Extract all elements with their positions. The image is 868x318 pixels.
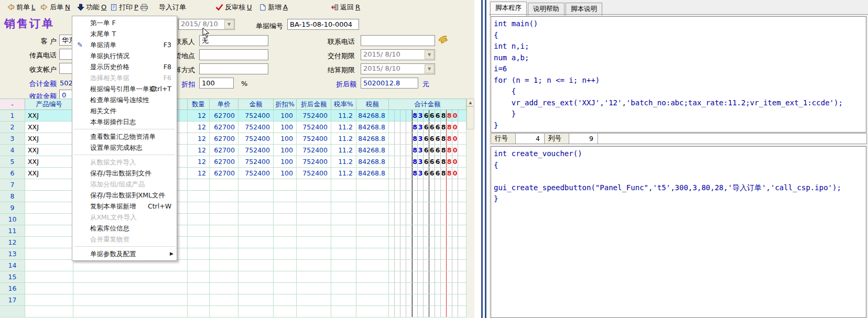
amount-cell[interactable] xyxy=(238,179,274,191)
amount-cell[interactable] xyxy=(238,237,274,248)
quantity-cell[interactable]: 12 xyxy=(188,168,210,179)
discounted-amount-cell[interactable] xyxy=(297,237,331,248)
row-number[interactable]: 13 xyxy=(0,248,25,260)
menu-item[interactable]: 检查单据编号连续性 xyxy=(72,94,177,105)
unit-price-cell[interactable]: 62700 xyxy=(210,145,238,156)
discount-cell[interactable]: 100 xyxy=(274,122,297,133)
tax-rate-cell[interactable] xyxy=(331,179,356,191)
quantity-cell[interactable]: 12 xyxy=(188,110,210,122)
discounted-amount-cell[interactable]: 752400 xyxy=(297,133,331,145)
discounted-amount-cell[interactable] xyxy=(297,283,331,294)
quantity-cell[interactable]: 12 xyxy=(188,133,210,145)
product-code-cell[interactable]: XXJ xyxy=(25,145,73,156)
discounted-amount-cell[interactable]: 752400 xyxy=(297,156,331,168)
discount-cell[interactable] xyxy=(274,294,297,306)
hidden-columns-cell[interactable] xyxy=(73,283,188,294)
script-editor-voucher[interactable]: int create_voucher(){ gui_create_speedbu… xyxy=(491,146,866,318)
menu-item[interactable]: 根据编号引用单一单据Ctrl+T xyxy=(72,83,177,94)
unit-price-cell[interactable] xyxy=(210,179,238,191)
tax-rate-cell[interactable]: 11.2 xyxy=(331,122,356,133)
discounted-amount-cell[interactable] xyxy=(297,202,331,214)
row-number[interactable]: 2 xyxy=(0,122,25,133)
product-code-cell[interactable]: XXJ xyxy=(25,168,73,179)
unit-price-cell[interactable]: 62700 xyxy=(210,110,238,122)
total-amount-cell[interactable]: 83666880 xyxy=(389,122,466,133)
discounted-amount-cell[interactable] xyxy=(297,306,331,317)
discounted-amount-cell[interactable] xyxy=(297,214,331,225)
delivery-place-input[interactable] xyxy=(199,49,268,60)
hidden-columns-cell[interactable] xyxy=(73,306,188,317)
function-menu-button[interactable]: 功能O xyxy=(75,2,108,13)
product-code-cell[interactable] xyxy=(25,271,73,283)
total-amount-cell[interactable]: 83666880 xyxy=(389,168,466,179)
prev-order-button[interactable]: 前单L xyxy=(5,2,37,13)
amount-cell[interactable] xyxy=(238,306,274,317)
chevron-down-icon[interactable]: ▼ xyxy=(425,50,434,59)
amount-cell[interactable]: 752400 xyxy=(238,168,274,179)
row-number[interactable]: 6 xyxy=(0,168,25,179)
total-amount-cell[interactable] xyxy=(389,202,466,214)
discount-cell[interactable] xyxy=(274,191,297,202)
product-code-cell[interactable]: XXJ xyxy=(25,156,73,168)
unit-price-cell[interactable] xyxy=(210,283,238,294)
quantity-cell[interactable] xyxy=(188,225,210,237)
hidden-columns-cell[interactable] xyxy=(73,260,188,271)
menu-item[interactable]: 末尾单 T xyxy=(72,28,177,39)
tax-rate-cell[interactable]: 11.2 xyxy=(331,110,356,122)
tax-cell[interactable] xyxy=(356,225,389,237)
unit-price-cell[interactable] xyxy=(210,260,238,271)
discount-cell[interactable] xyxy=(274,306,297,317)
tax-rate-cell[interactable] xyxy=(331,214,356,225)
product-code-cell[interactable] xyxy=(25,283,73,294)
discounted-amount-cell[interactable]: 752400 xyxy=(297,122,331,133)
scroll-up-icon[interactable]: ▲ xyxy=(466,98,474,106)
menu-item[interactable]: 检索库位信息 xyxy=(72,223,177,234)
tax-cell[interactable] xyxy=(356,237,389,248)
product-code-cell[interactable] xyxy=(25,248,73,260)
product-code-cell[interactable]: XXJ xyxy=(25,110,73,122)
tax-rate-cell[interactable] xyxy=(331,283,356,294)
quantity-cell[interactable] xyxy=(188,260,210,271)
discount-cell[interactable] xyxy=(274,271,297,283)
product-code-cell[interactable] xyxy=(25,225,73,237)
total-amount-cell[interactable]: 83666880 xyxy=(389,145,466,156)
phone-icon[interactable]: ☎ xyxy=(437,32,451,46)
print-button[interactable]: 打印P xyxy=(108,2,150,13)
discounted-amount-cell[interactable]: 752400 xyxy=(297,110,331,122)
product-code-cell[interactable] xyxy=(25,214,73,225)
row-number[interactable]: 17 xyxy=(0,294,25,306)
row-number[interactable]: 12 xyxy=(0,237,25,248)
row-number[interactable]: 9 xyxy=(0,202,25,214)
unit-price-cell[interactable] xyxy=(210,191,238,202)
quantity-cell[interactable] xyxy=(188,214,210,225)
discount-cell[interactable] xyxy=(274,179,297,191)
menu-item[interactable]: 设置单据完成标志 xyxy=(72,142,177,153)
tax-cell[interactable] xyxy=(356,248,389,260)
tax-cell[interactable] xyxy=(356,306,389,317)
amount-cell[interactable] xyxy=(238,260,274,271)
discount-cell[interactable]: 100 xyxy=(274,145,297,156)
product-code-cell[interactable] xyxy=(25,260,73,271)
amount-cell[interactable] xyxy=(238,248,274,260)
tax-cell[interactable] xyxy=(356,283,389,294)
tax-rate-cell[interactable] xyxy=(331,202,356,214)
discount-cell[interactable]: 100 xyxy=(274,156,297,168)
tax-cell[interactable]: 84268.8 xyxy=(356,156,389,168)
quantity-cell[interactable] xyxy=(188,283,210,294)
unit-price-cell[interactable] xyxy=(210,225,238,237)
script-editor-main[interactable]: int main(){int n,i;num a,b;i=6for (n = 1… xyxy=(491,16,866,133)
settle-method-input[interactable] xyxy=(199,63,268,74)
discounted-amount-cell[interactable] xyxy=(297,179,331,191)
unit-price-cell[interactable]: 62700 xyxy=(210,133,238,145)
amount-cell[interactable] xyxy=(238,294,274,306)
discounted-amount-cell[interactable] xyxy=(297,248,331,260)
tax-rate-cell[interactable] xyxy=(331,260,356,271)
product-code-cell[interactable] xyxy=(25,179,73,191)
menu-item[interactable]: 保存/导出数据到文件 xyxy=(72,168,177,179)
tax-rate-cell[interactable]: 11.2 xyxy=(331,133,356,145)
row-number[interactable]: 14 xyxy=(0,260,25,271)
unit-price-cell[interactable]: 62700 xyxy=(210,156,238,168)
discount-cell[interactable] xyxy=(274,202,297,214)
amount-cell[interactable] xyxy=(238,202,274,214)
unit-price-cell[interactable] xyxy=(210,202,238,214)
